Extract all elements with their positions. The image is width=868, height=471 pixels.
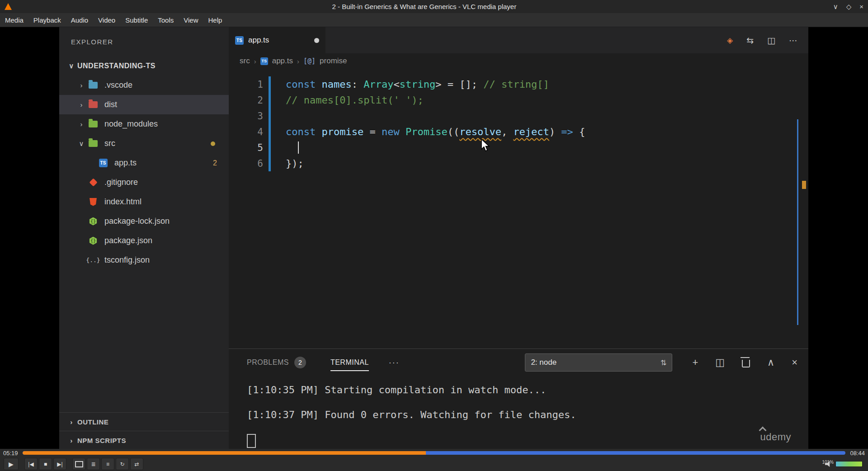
vlc-menubar: Media Playback Audio Video Subtitle Tool…	[0, 13, 868, 27]
volume-controls: 101%	[825, 461, 864, 467]
seek-fill	[23, 451, 426, 455]
tree-item-package-lock-json[interactable]: {} package-lock.json	[59, 212, 229, 231]
panel-action-icons: + ◫ ∧ ×	[692, 357, 797, 368]
tree-item-package-json[interactable]: {} package.json	[59, 231, 229, 250]
kill-terminal-icon[interactable]	[742, 360, 750, 367]
time-elapsed: 05:19	[3, 450, 18, 457]
chevron-right-icon: ›	[66, 418, 77, 426]
udemy-watermark: udemy	[760, 431, 791, 443]
git-modified-gutter	[269, 76, 271, 171]
maximize-icon[interactable]: ◇	[846, 3, 852, 11]
code-line[interactable]: 4 const promise = new Promise((resolve, …	[229, 124, 808, 140]
code-line[interactable]: 6 });	[229, 155, 808, 171]
menu-subtitle[interactable]: Subtitle	[120, 13, 153, 27]
chevron-down-icon: ∨	[75, 140, 87, 148]
line-number: 1	[229, 79, 263, 90]
menu-audio[interactable]: Audio	[66, 13, 93, 27]
tab-problems[interactable]: PROBLEMS 2	[247, 357, 306, 368]
tree-item-app-ts[interactable]: TS app.ts 2	[59, 153, 229, 173]
seek-bar-row: 05:19 08:44	[0, 449, 868, 457]
tool-group: ≣ ≡ ↻ ⇄	[72, 458, 143, 470]
code-line[interactable]: 1 const names: Array<string> = []; // st…	[229, 76, 808, 92]
breadcrumb-separator-icon: ›	[297, 57, 299, 65]
tree-item-src[interactable]: ∨ src	[59, 134, 229, 153]
window-title: 2 - Built-in Generics & What are Generic…	[15, 3, 833, 10]
explorer-sidebar: EXPLORER ∨ UNDERSTANDING-TS › .vscode › …	[59, 27, 229, 449]
tree-item-label: dist	[104, 100, 117, 109]
line-number: 3	[229, 111, 263, 122]
unsaved-dot-icon	[314, 38, 319, 43]
code-line[interactable]: 3	[229, 108, 808, 124]
breadcrumb-file[interactable]: app.ts	[272, 57, 293, 66]
vlc-titlebar: 2 - Built-in Generics & What are Generic…	[0, 0, 868, 13]
chevron-right-icon: ›	[75, 101, 87, 108]
folder-icon	[87, 80, 99, 90]
menu-media[interactable]: Media	[0, 13, 28, 27]
tree-item-label: package.json	[104, 236, 152, 245]
video-canvas[interactable]: EXPLORER ∨ UNDERSTANDING-TS › .vscode › …	[0, 27, 868, 449]
more-actions-icon[interactable]: ⋯	[789, 35, 797, 46]
terminal-line: [1:10:35 PM] Starting compilation in wat…	[247, 384, 808, 397]
html-file-icon	[87, 197, 99, 207]
tree-item-node-modules[interactable]: › node_modules	[59, 114, 229, 134]
close-panel-icon[interactable]: ×	[792, 357, 797, 368]
terminal-output[interactable]: [1:10:35 PM] Starting compilation in wat…	[229, 376, 808, 448]
sidebar-bottom-sections: › OUTLINE › NPM SCRIPTS	[59, 412, 229, 449]
menu-video[interactable]: Video	[93, 13, 120, 27]
folder-icon	[87, 139, 99, 149]
menu-playback[interactable]: Playback	[28, 13, 66, 27]
new-terminal-icon[interactable]: +	[692, 357, 698, 368]
code-line-current[interactable]: 5	[229, 140, 808, 155]
shell-selector-dropdown[interactable]: 2: node ⇅	[525, 353, 672, 372]
chevron-right-icon: ›	[66, 437, 77, 444]
panel-more-icon[interactable]: ···	[389, 358, 400, 367]
close-icon[interactable]: ×	[859, 3, 863, 11]
menu-tools[interactable]: Tools	[153, 13, 179, 27]
tree-root-understanding-ts[interactable]: ∨ UNDERSTANDING-TS	[59, 56, 229, 75]
seek-slider[interactable]	[23, 451, 846, 455]
volume-slider[interactable]	[835, 461, 863, 467]
menu-view[interactable]: View	[179, 13, 203, 27]
play-button[interactable]: ▶	[4, 458, 19, 470]
code-text: const promise = new Promise((resolve, re…	[263, 126, 585, 137]
editor-actions: ◈ ⇆ ◫ ⋯	[727, 27, 808, 53]
terminal-panel: PROBLEMS 2 TERMINAL ··· 2: node ⇅ +	[229, 349, 808, 449]
tree-item-label: .gitignore	[104, 178, 138, 187]
folder-icon	[87, 100, 99, 110]
next-button[interactable]: ▶|	[53, 458, 66, 470]
menu-help[interactable]: Help	[203, 13, 227, 27]
code-line[interactable]: 2 // names[0].split(' ');	[229, 92, 808, 108]
tree-item-tsconfig-json[interactable]: {..} tsconfig.json	[59, 250, 229, 270]
breadcrumb-symbol[interactable]: promise	[320, 57, 347, 66]
tab-app-ts[interactable]: TS app.ts	[229, 27, 326, 53]
breadcrumb-folder[interactable]: src	[240, 57, 250, 66]
split-terminal-icon[interactable]: ◫	[715, 357, 725, 368]
playlist-button[interactable]: ≡	[101, 458, 114, 470]
fullscreen-button[interactable]	[72, 458, 85, 470]
section-outline[interactable]: › OUTLINE	[59, 412, 229, 431]
vlc-controls: ▶ |◀ ■ ▶| ≣ ≡ ↻ ⇄ 101%	[0, 457, 868, 471]
shuffle-button[interactable]: ⇄	[130, 458, 143, 470]
code-editor[interactable]: 1 const names: Array<string> = []; // st…	[229, 69, 808, 349]
tab-terminal[interactable]: TERMINAL	[330, 358, 369, 367]
vlc-window: 2 - Built-in Generics & What are Generic…	[0, 0, 868, 471]
open-changes-icon[interactable]: ◈	[727, 36, 733, 45]
time-total: 08:44	[850, 450, 865, 457]
maximize-panel-icon[interactable]: ∧	[767, 357, 774, 368]
previous-button[interactable]: |◀	[24, 458, 38, 470]
split-editor-icon[interactable]: ◫	[767, 35, 775, 46]
minimize-icon[interactable]: ∨	[833, 3, 838, 11]
stop-button[interactable]: ■	[39, 458, 52, 470]
compare-changes-icon[interactable]: ⇆	[746, 35, 754, 46]
modified-dot-badge	[211, 141, 215, 146]
line-number: 2	[229, 95, 263, 106]
tree-item-index-html[interactable]: index.html	[59, 192, 229, 212]
tree-item-vscode[interactable]: › .vscode	[59, 75, 229, 95]
window-controls: ∨ ◇ ×	[833, 3, 863, 11]
tree-item-dist[interactable]: › dist	[59, 95, 229, 114]
extended-settings-button[interactable]: ≣	[87, 458, 100, 470]
section-npm-scripts[interactable]: › NPM SCRIPTS	[59, 431, 229, 449]
loop-button[interactable]: ↻	[116, 458, 129, 470]
tree-item-gitignore[interactable]: .gitignore	[59, 173, 229, 192]
tree-item-label: node_modules	[104, 119, 158, 129]
